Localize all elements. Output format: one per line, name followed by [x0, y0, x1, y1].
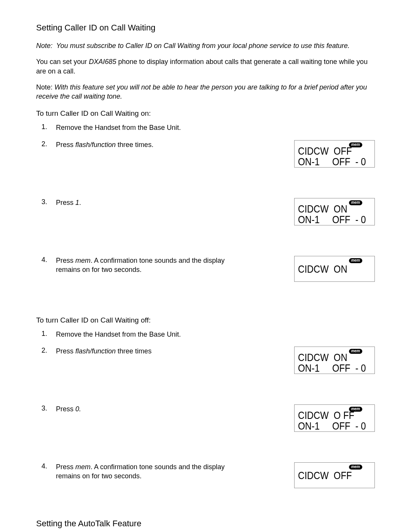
lcd-display: mem CIDCW ON [294, 256, 375, 282]
step-number: 4. [41, 256, 56, 264]
step-text: Press flash/function three times [56, 347, 246, 356]
lcd-col: mem CIDCW ON [246, 256, 375, 282]
turn-on-heading: To turn Caller ID on Call Waiting on: [36, 109, 375, 118]
manual-page: Setting Caller ID on Call Waiting Note: … [0, 0, 411, 532]
step-text-pre: Press [56, 347, 75, 355]
lcd-line2: ON-1 OFF - 0 [298, 214, 360, 226]
on-step-4: 4. Press mem. A confirmation tone sounds… [41, 256, 375, 282]
step-text-post: three times [116, 347, 151, 355]
step-text-key: mem [75, 257, 91, 264]
step-number: 2. [41, 347, 56, 355]
note1: Note: You must subscribe to Caller ID on… [36, 41, 375, 50]
step-text: Press 1. [56, 198, 246, 207]
step-text-post: three times. [116, 141, 153, 149]
lcd-line1: CIDCW OFF [298, 470, 360, 482]
step-text: Press mem. A confirmation tone sounds an… [56, 256, 246, 275]
step-text-pre: Press [56, 463, 75, 471]
note1-text: You must subscribe to Caller ID on Call … [56, 42, 350, 50]
step-text-key: mem [75, 463, 91, 471]
lcd-col: mem CIDCW OFF ON-1 OFF - 0 [246, 140, 375, 168]
step-number: 2. [41, 140, 56, 148]
step-text-post: . [79, 199, 81, 206]
step-number: 1. [41, 330, 56, 338]
lcd-display: mem CIDCW ON ON-1 OFF - 0 [294, 198, 375, 225]
mem-icon: mem [349, 465, 362, 470]
step-number: 3. [41, 404, 56, 412]
step-text-pre: Press [56, 199, 75, 206]
lcd-line2: ON-1 OFF - 0 [298, 362, 360, 374]
step-text-key: flash/function [75, 347, 116, 355]
note2: Note:With this feature set you will not … [36, 83, 375, 101]
step-text: Remove the Handset from the Base Unit. [56, 330, 246, 339]
lcd-display: mem CIDCW O FF ON-1 OFF - 0 [294, 404, 375, 432]
on-step-2: 2. Press flash/function three times. mem… [41, 140, 375, 168]
lcd-display: mem CIDCW OFF ON-1 OFF - 0 [294, 140, 375, 168]
section1-title: Setting Caller ID on Call Waiting [36, 23, 375, 33]
off-step-1: 1. Remove the Handset from the Base Unit… [41, 330, 375, 339]
note1-label: Note: [36, 41, 54, 50]
intro-pre: You can set your [36, 58, 89, 66]
on-step-1: 1. Remove the Handset from the Base Unit… [41, 123, 375, 132]
step-text: Remove the Handset from the Base Unit. [56, 123, 246, 132]
step-text: Press flash/function three times. [56, 140, 246, 149]
lcd-display: mem CIDCW ON ON-1 OFF - 0 [294, 347, 375, 374]
lcd-line1: CIDCW ON [298, 263, 360, 275]
turn-off-steps: 1. Remove the Handset from the Base Unit… [41, 330, 375, 488]
section2-title: Setting the AutoTalk Feature [36, 519, 375, 529]
step-text-key: 1 [75, 199, 79, 206]
step-text-key: flash/function [75, 141, 116, 149]
on-step-3: 3. Press 1. mem CIDCW ON ON-1 OFF - 0 [41, 198, 375, 225]
off-step-2: 2. Press flash/function three times mem … [41, 347, 375, 374]
intro-model: DXAI685 [89, 58, 116, 66]
step-text: Press mem. A confirmation tone sounds an… [56, 462, 246, 481]
note2-label: Note: [36, 83, 54, 92]
turn-on-steps: 1. Remove the Handset from the Base Unit… [41, 123, 375, 281]
lcd-col: mem CIDCW O FF ON-1 OFF - 0 [246, 404, 375, 432]
step-number: 1. [41, 123, 56, 131]
lcd-col: mem CIDCW ON ON-1 OFF - 0 [246, 347, 375, 374]
note2-text: With this feature set you will not be ab… [36, 83, 367, 100]
step-number: 4. [41, 462, 56, 470]
step-text-pre: Press [56, 141, 75, 149]
lcd-display: mem CIDCW OFF [294, 462, 375, 488]
step-text-pre: Press [56, 257, 75, 264]
step-text: Press 0. [56, 404, 246, 414]
turn-off-heading: To turn Caller ID on Call Waiting off: [36, 316, 375, 324]
intro-body: You can set your DXAI685 phone to displa… [36, 57, 375, 76]
lcd-line2: ON-1 OFF - 0 [298, 156, 360, 168]
lcd-col: mem CIDCW OFF [246, 462, 375, 488]
mem-icon: mem [349, 258, 362, 263]
off-step-4: 4. Press mem. A confirmation tone sounds… [41, 462, 375, 488]
off-step-3: 3. Press 0. mem CIDCW O FF ON-1 OFF - 0 [41, 404, 375, 432]
step-number: 3. [41, 198, 56, 206]
step-text-pre: Press [56, 405, 75, 413]
step-text-key: 0. [75, 405, 81, 413]
lcd-line2: ON-1 OFF - 0 [298, 420, 360, 432]
lcd-col: mem CIDCW ON ON-1 OFF - 0 [246, 198, 375, 225]
